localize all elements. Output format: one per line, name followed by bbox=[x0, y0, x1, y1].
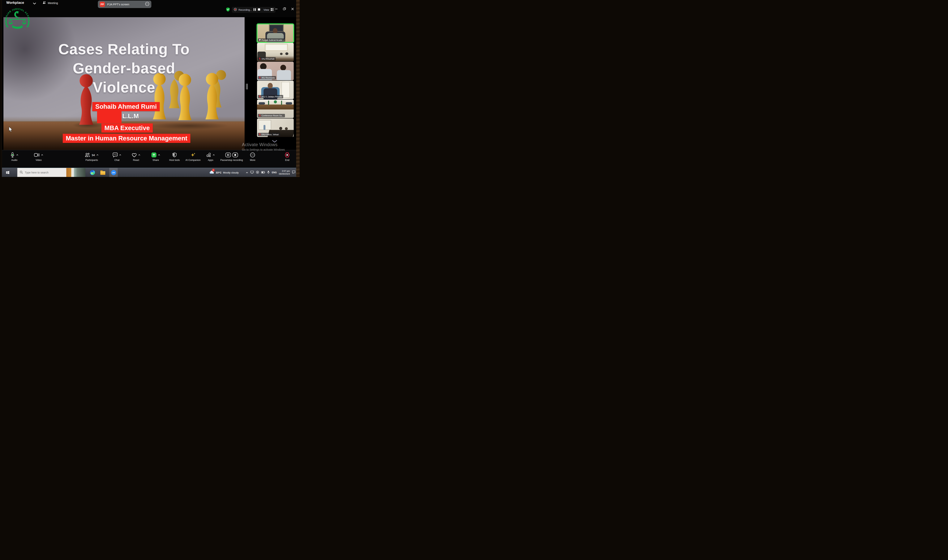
video-tile[interactable]: DSJ Office, Vehari bbox=[257, 118, 294, 137]
audio-button[interactable]: Audio bbox=[10, 152, 18, 162]
action-center-icon[interactable] bbox=[292, 171, 295, 175]
stop-recording-toolbar-icon bbox=[232, 152, 238, 157]
recording-status: Recording... bbox=[239, 8, 252, 11]
react-button[interactable]: React bbox=[132, 152, 140, 162]
display-tray-icon[interactable] bbox=[250, 171, 254, 174]
red-highlight-strip bbox=[97, 111, 122, 123]
participant-name: ASJ Burewala bbox=[262, 77, 275, 79]
people-icon bbox=[42, 1, 46, 5]
share-button[interactable]: Share bbox=[151, 152, 160, 162]
wood-background bbox=[296, 0, 300, 177]
security-shield-icon[interactable] bbox=[226, 7, 230, 12]
audio-options-caret[interactable] bbox=[16, 154, 18, 156]
react-caret[interactable] bbox=[138, 154, 140, 156]
minimize-button[interactable] bbox=[275, 8, 278, 11]
muted-mic-icon bbox=[259, 95, 261, 98]
flag bbox=[268, 101, 269, 105]
apps-label: Apps bbox=[208, 159, 214, 162]
pause-stop-recording-button[interactable]: Pause/stop recording bbox=[220, 152, 243, 162]
more-videos-chevron[interactable] bbox=[272, 140, 277, 144]
react-label: React bbox=[133, 159, 139, 162]
search-input[interactable] bbox=[25, 171, 63, 174]
slide-title-line1: Cases Relating To bbox=[3, 40, 245, 59]
presenter-mba: MBA Executive bbox=[102, 123, 153, 132]
video-tile[interactable]: ASJ 1 Jalalpu Pirwala bbox=[257, 81, 294, 99]
ceiling-light bbox=[265, 43, 288, 51]
record-dot-icon bbox=[234, 8, 237, 12]
pause-recording-toolbar-icon bbox=[225, 152, 231, 157]
hidden-icons-caret[interactable] bbox=[246, 171, 248, 174]
zoom-window: Workplace Meeting PP PJA PPT's screen bbox=[2, 0, 296, 177]
more-button[interactable]: More bbox=[250, 152, 255, 162]
microphone-tray-icon[interactable] bbox=[267, 171, 269, 175]
host-tools-shield-icon bbox=[172, 152, 177, 158]
crest bbox=[274, 100, 277, 103]
person-head bbox=[279, 127, 282, 130]
chat-caret[interactable] bbox=[119, 154, 122, 156]
participant-name: Conference Room Sa... bbox=[262, 114, 283, 117]
view-button[interactable]: View bbox=[263, 8, 269, 11]
heart-icon bbox=[132, 153, 137, 157]
weather-condition: Mostly cloudy bbox=[223, 171, 239, 174]
edge-browser-button[interactable] bbox=[88, 168, 97, 177]
presenter-degree: L.L.M bbox=[122, 111, 139, 120]
apps-caret[interactable] bbox=[213, 154, 215, 156]
edge-icon bbox=[90, 170, 95, 175]
weather-temp: 33°C bbox=[216, 171, 222, 174]
restore-button[interactable] bbox=[283, 7, 286, 11]
video-options-caret[interactable] bbox=[41, 154, 43, 156]
file-explorer-button[interactable] bbox=[98, 168, 107, 177]
chevron-down-icon[interactable] bbox=[33, 2, 36, 5]
windows-logo-icon bbox=[6, 171, 9, 174]
close-button[interactable] bbox=[291, 8, 294, 11]
language-indicator[interactable]: ENG bbox=[272, 171, 277, 174]
chat-label: Chat bbox=[114, 159, 119, 162]
shared-slide: Cases Relating To Gender-based Violence … bbox=[3, 17, 245, 150]
end-button[interactable]: End bbox=[284, 152, 290, 162]
video-tile-host[interactable]: Punjab Judicial Acade... bbox=[257, 24, 294, 42]
participants-button[interactable]: 94 Participants bbox=[85, 152, 98, 162]
tab-meeting[interactable]: Meeting bbox=[42, 1, 58, 5]
host-tools-button[interactable]: Host tools bbox=[169, 152, 180, 162]
search-icon bbox=[20, 171, 23, 175]
zoom-top-bar: Workplace Meeting PP PJA PPT's screen bbox=[2, 0, 296, 17]
stop-recording-icon[interactable] bbox=[258, 8, 260, 12]
mouse-cursor bbox=[8, 126, 13, 133]
panel-drag-handle[interactable] bbox=[246, 84, 248, 89]
taskbar-widget-thumbnail[interactable] bbox=[66, 168, 85, 177]
taskbar-clock[interactable]: 2:07 pm 06/09/2024 bbox=[279, 170, 290, 175]
zoom-app-button[interactable]: zm bbox=[109, 168, 118, 177]
chat-icon bbox=[112, 152, 118, 157]
muted-mic-icon bbox=[259, 114, 261, 117]
taskbar-weather[interactable]: 1 33°C Mostly cloudy bbox=[209, 168, 239, 177]
share-caret[interactable] bbox=[158, 154, 160, 156]
shared-screen-pill[interactable]: PP PJA PPT's screen bbox=[98, 1, 151, 8]
flag bbox=[281, 101, 282, 105]
apps-button[interactable]: Apps bbox=[206, 152, 215, 162]
participants-caret[interactable] bbox=[96, 154, 98, 156]
ai-companion-button[interactable]: AI Companion bbox=[185, 152, 200, 162]
video-camera-icon bbox=[34, 153, 40, 157]
presentation-badge: PP bbox=[100, 2, 105, 7]
chat-button[interactable]: Chat bbox=[112, 152, 122, 162]
taskbar-search[interactable] bbox=[17, 168, 66, 177]
person-head bbox=[285, 127, 288, 130]
more-options-icon[interactable] bbox=[145, 2, 149, 7]
people-row bbox=[286, 102, 292, 105]
start-button[interactable] bbox=[3, 168, 12, 177]
host-tools-label: Host tools bbox=[169, 159, 180, 162]
slide-title: Cases Relating To Gender-based Violence bbox=[3, 40, 245, 97]
pause-recording-icon[interactable] bbox=[253, 8, 256, 12]
ai-companion-icon bbox=[190, 152, 196, 158]
participants-icon bbox=[85, 152, 90, 158]
battery-tray-icon[interactable] bbox=[261, 171, 265, 174]
video-tile[interactable]: ASJ Burewala bbox=[257, 62, 294, 80]
weather-cloud-icon: 1 bbox=[209, 170, 214, 175]
video-tile[interactable]: Conference Room Sa... bbox=[257, 100, 294, 118]
person-head bbox=[273, 28, 277, 34]
camera-tray-icon[interactable] bbox=[256, 171, 259, 175]
video-button[interactable]: Video bbox=[34, 152, 43, 162]
video-tile[interactable]: DSJ Khushab bbox=[257, 43, 294, 62]
punjab-judicial-academy-logo: PUNJAB JUDICIAL ACADEMY bbox=[3, 4, 32, 34]
person-head bbox=[285, 52, 288, 55]
